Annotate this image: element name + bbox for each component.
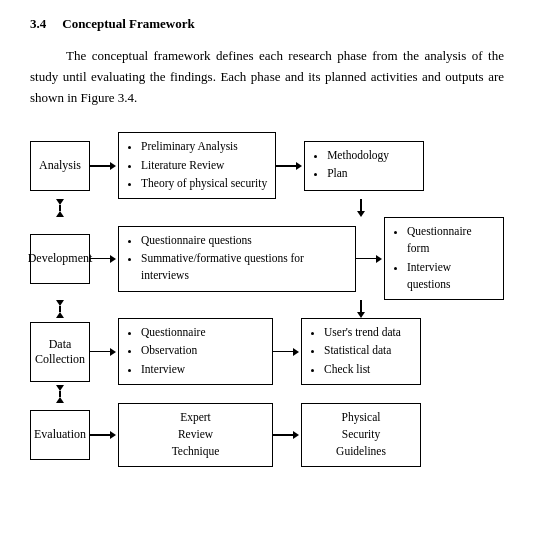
- spacer-1: [30, 199, 504, 217]
- right-analysis: Methodology Plan: [304, 141, 424, 191]
- row-analysis: Analysis Preliminary Analysis Literature…: [30, 132, 504, 199]
- spacer-3: [30, 385, 504, 403]
- section-title: Conceptual Framework: [62, 16, 195, 32]
- middle-evaluation: ExpertReviewTechnique: [118, 403, 273, 467]
- middle-development: Questionnaire questions Summative/format…: [118, 226, 356, 292]
- right-development: Questionnaire form Interview questions: [384, 217, 504, 300]
- arrow-analysis-to-middle: [90, 162, 118, 170]
- middle-data-collection: Questionnaire Observation Interview: [118, 318, 273, 385]
- phase-analysis: Analysis: [30, 141, 90, 191]
- section-header: 3.4 Conceptual Framework: [30, 16, 504, 32]
- arrow-development-to-middle: [90, 255, 118, 263]
- section-number: 3.4: [30, 16, 46, 32]
- row-data-collection: DataCollection Questionnaire Observation…: [30, 318, 504, 385]
- phase-evaluation: Evaluation: [30, 410, 90, 460]
- arrow-middle-to-right-development: [356, 255, 384, 263]
- spacer-2: [30, 300, 504, 318]
- arrow-evaluation-to-middle: [90, 431, 118, 439]
- row-development: Development Questionnaire questions Summ…: [30, 217, 504, 300]
- phase-data-collection: DataCollection: [30, 322, 90, 382]
- right-data-collection: User's trend data Statistical data Check…: [301, 318, 421, 385]
- right-evaluation: PhysicalSecurityGuidelines: [301, 403, 421, 467]
- row-evaluation: Evaluation ExpertReviewTechnique Physica…: [30, 403, 504, 467]
- arrow-middle-to-right-analysis: [276, 162, 304, 170]
- arrow-datacollection-to-middle: [90, 348, 118, 356]
- conceptual-framework-diagram: Analysis Preliminary Analysis Literature…: [30, 132, 504, 466]
- arrow-middle-to-right-datacollection: [273, 348, 301, 356]
- middle-analysis: Preliminary Analysis Literature Review T…: [118, 132, 276, 199]
- intro-paragraph: The conceptual framework defines each re…: [30, 46, 504, 108]
- phase-development: Development: [30, 234, 90, 284]
- arrow-middle-to-right-evaluation: [273, 431, 301, 439]
